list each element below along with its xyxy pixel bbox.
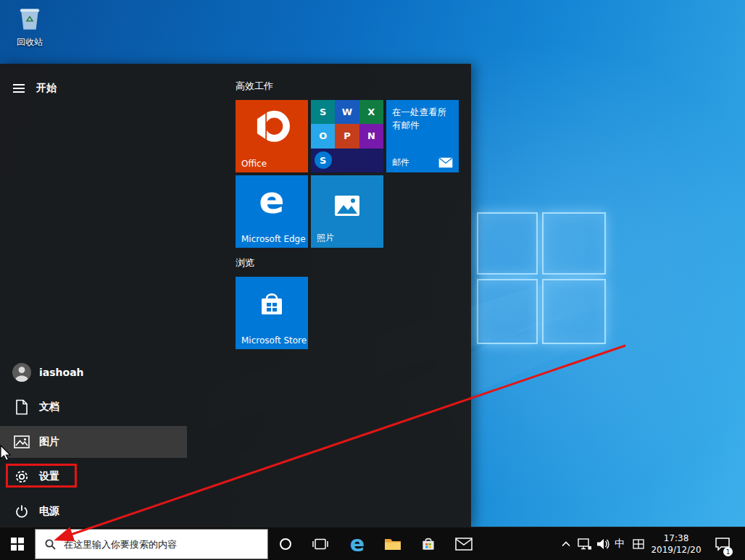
wallpaper-windows-logo: [477, 212, 607, 346]
gear-icon: [12, 469, 32, 485]
user-avatar-icon: [12, 362, 32, 383]
sidebar-item-label: 文档: [39, 401, 59, 414]
search-icon: [44, 538, 57, 551]
edge-icon: e: [350, 533, 365, 555]
chevron-up-icon: [561, 540, 571, 548]
clock-date: 2019/12/20: [651, 544, 701, 556]
tray-show-hidden-icons[interactable]: [558, 527, 574, 560]
store-bag-icon: [256, 288, 288, 320]
recycle-bin-shortcut[interactable]: 回收站: [9, 4, 51, 49]
cortana-icon: [280, 538, 291, 550]
word-icon: W: [335, 100, 359, 124]
tile-office-suite[interactable]: S W X O P N S: [311, 100, 383, 172]
logo-pane: [542, 279, 606, 344]
sidebar-item-user[interactable]: iashoah: [0, 356, 187, 388]
power-icon: [12, 503, 32, 519]
photos-icon: [333, 191, 362, 220]
document-icon: [12, 399, 32, 415]
tray-touch-keyboard-button[interactable]: [630, 527, 647, 560]
ime-language-label: 中: [615, 538, 625, 551]
tile-label: 邮件: [392, 156, 409, 169]
powerpoint-icon: P: [335, 124, 359, 148]
mail-icon: [455, 538, 473, 551]
store-taskbar-button[interactable]: [412, 527, 444, 560]
taskbar: e: [0, 527, 745, 560]
logo-pane: [477, 212, 538, 275]
envelope-icon: [438, 157, 453, 168]
onedrive-icon: O: [311, 124, 335, 148]
tray-clock[interactable]: 17:38 2019/12/20: [649, 527, 703, 560]
mail-taskbar-button[interactable]: [448, 527, 480, 560]
edge-taskbar-button[interactable]: e: [341, 527, 373, 560]
excel-icon: X: [359, 100, 383, 124]
sidebar-item-documents[interactable]: 文档: [0, 391, 187, 423]
tile-office[interactable]: Office: [236, 100, 308, 172]
tile-label: Office: [241, 159, 267, 169]
logo-pane: [477, 279, 538, 344]
tile-microsoft-edge[interactable]: e Microsoft Edge: [236, 175, 308, 248]
tile-label: Microsoft Edge: [241, 234, 306, 244]
sidebar-item-power[interactable]: 电源: [0, 496, 187, 527]
sway-icon: S: [311, 100, 335, 124]
start-menu-header: 开始: [0, 75, 187, 101]
tile-label: Microsoft Store: [241, 335, 307, 346]
onenote-icon: N: [359, 124, 383, 148]
action-center-button[interactable]: 1: [712, 527, 733, 560]
office-logo-icon: [251, 107, 292, 148]
office-suite-grid: S W X O P N S: [311, 100, 383, 172]
windows-logo-icon: [11, 538, 24, 551]
tray-volume-button[interactable]: [594, 527, 612, 560]
edge-logo-icon: e: [259, 178, 284, 222]
hamburger-menu-icon[interactable]: [13, 82, 25, 95]
picture-icon: [12, 435, 32, 449]
search-input[interactable]: [64, 539, 252, 550]
clock-time: 17:38: [664, 532, 689, 544]
tray-ime-indicator[interactable]: 中: [612, 527, 627, 560]
mail-tile-headline: 在一处查看所有邮件: [392, 106, 454, 132]
file-explorer-button[interactable]: [377, 527, 409, 560]
sidebar-item-pictures[interactable]: 图片: [0, 426, 187, 458]
task-view-icon: [311, 536, 330, 552]
tile-group-title: 浏览: [236, 256, 254, 269]
logo-pane: [542, 212, 606, 275]
notification-count-badge: 1: [723, 547, 733, 556]
store-icon: [420, 535, 437, 553]
sidebar-item-settings[interactable]: 设置: [0, 461, 187, 493]
skype-icon: S: [311, 149, 335, 172]
sidebar-item-label: 设置: [39, 470, 59, 483]
tile-group-title: 高效工作: [236, 80, 273, 93]
start-button[interactable]: [0, 527, 35, 560]
taskbar-search-box[interactable]: [35, 529, 268, 559]
start-menu-panel: 开始 iashoah 文档: [0, 64, 471, 527]
sidebar-item-label: 电源: [39, 505, 59, 518]
recycle-bin-label: 回收站: [9, 36, 51, 49]
desktop-screen: 回收站 开始 iashoah 文档: [0, 0, 745, 560]
tile-label: 照片: [317, 232, 334, 244]
network-icon: [578, 538, 592, 551]
sidebar-item-label: 图片: [39, 435, 59, 448]
start-menu-title: 开始: [36, 82, 57, 95]
tray-network-button[interactable]: [576, 527, 594, 560]
tile-photos[interactable]: 照片: [311, 175, 383, 248]
empty-cell: [335, 149, 359, 172]
tile-microsoft-store[interactable]: Microsoft Store: [236, 277, 308, 349]
empty-cell: [359, 149, 383, 172]
speaker-icon: [596, 538, 610, 551]
task-view-button[interactable]: [304, 527, 336, 560]
cortana-button[interactable]: [270, 527, 301, 560]
keyboard-grid-icon: [633, 539, 644, 549]
folder-icon: [383, 536, 402, 552]
tile-mail[interactable]: 在一处查看所有邮件 邮件: [386, 100, 459, 172]
recycle-bin-icon: [16, 4, 43, 32]
sidebar-item-label: iashoah: [39, 367, 84, 378]
